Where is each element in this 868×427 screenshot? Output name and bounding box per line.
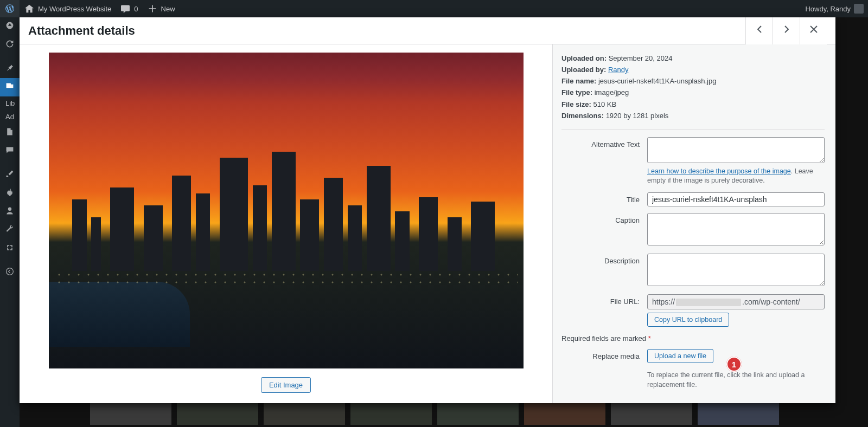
chevron-left-icon — [754, 24, 765, 37]
comments-menu-icon — [5, 146, 14, 157]
dashboard-icon — [5, 21, 14, 32]
description-input[interactable] — [647, 254, 825, 286]
menu-tools[interactable] — [0, 221, 20, 240]
title-setting: Title — [561, 192, 825, 206]
upload-new-file-button[interactable]: Upload a new file — [647, 349, 713, 363]
menu-posts[interactable] — [0, 60, 20, 78]
menu-dashboard[interactable] — [0, 17, 20, 36]
caption-label: Caption — [561, 213, 647, 247]
menu-comments[interactable] — [0, 142, 20, 160]
menu-appearance[interactable] — [0, 166, 20, 184]
new-content-link[interactable]: New — [143, 0, 180, 17]
attachment-preview-panel: Edit Image — [20, 44, 552, 403]
close-icon — [808, 24, 819, 37]
required-note-text: Required fields are marked — [561, 334, 648, 342]
modal-nav — [745, 17, 827, 44]
menu-users[interactable] — [0, 203, 20, 221]
comments-link[interactable]: 0 — [116, 0, 142, 17]
alt-text-label: Alternative Text — [561, 137, 647, 186]
media-icon — [5, 82, 14, 93]
site-name-link[interactable]: My WordPress Website — [20, 0, 116, 17]
file-type-label: File type: — [561, 88, 592, 96]
caption-setting: Caption — [561, 213, 825, 247]
menu-collapse[interactable] — [0, 263, 20, 282]
admin-menu: Lib Ad — [0, 17, 20, 427]
dimensions-label: Dimensions: — [561, 112, 604, 120]
annotation-badge-1: 1 — [726, 357, 742, 372]
attachment-image-preview — [49, 53, 524, 368]
submenu-add-new[interactable]: Ad — [0, 110, 20, 124]
home-icon — [24, 3, 35, 14]
file-name-label: File name: — [561, 77, 596, 85]
city-lights — [54, 271, 518, 287]
site-name-text: My WordPress Website — [38, 5, 111, 13]
avatar-icon — [854, 4, 864, 14]
brush-icon — [5, 170, 14, 180]
plus-icon — [147, 3, 158, 14]
uploaded-on-value: September 20, 2024 — [609, 54, 673, 62]
attachment-details-list: Uploaded on: September 20, 2024 Uploaded… — [561, 53, 825, 121]
collapse-icon — [5, 267, 14, 278]
menu-updates[interactable] — [0, 36, 20, 54]
menu-media[interactable] — [0, 78, 20, 96]
modal-header: Attachment details — [20, 17, 835, 44]
file-type-value: image/jpeg — [595, 88, 629, 96]
menu-plugins[interactable] — [0, 184, 20, 203]
required-star: * — [648, 334, 651, 342]
prev-button[interactable] — [745, 17, 773, 44]
comments-count: 0 — [134, 5, 138, 13]
alt-help-link[interactable]: Learn how to describe the purpose of the… — [647, 167, 791, 175]
attachment-details-modal: Attachment details — [20, 17, 835, 403]
attachment-info-panel: Uploaded on: September 20, 2024 Uploaded… — [552, 44, 835, 403]
skyline-silhouette — [49, 152, 524, 271]
alt-text-help: Learn how to describe the purpose of the… — [647, 167, 825, 186]
alt-text-input[interactable] — [647, 137, 825, 163]
edit-image-button[interactable]: Edit Image — [261, 377, 311, 393]
howdy-text: Howdy, Randy — [805, 5, 851, 13]
submenu-library[interactable]: Lib — [0, 96, 20, 110]
file-url-suffix: .com/wp-content/ — [742, 297, 800, 306]
settings-icon — [5, 243, 14, 254]
comment-icon — [120, 3, 131, 14]
file-size-value: 510 KB — [593, 100, 617, 108]
required-fields-note: Required fields are marked * — [561, 334, 825, 342]
close-button[interactable] — [800, 17, 827, 44]
chevron-right-icon — [781, 24, 792, 37]
admin-bar: My WordPress Website 0 New Howdy, Randy — [0, 0, 868, 17]
file-url-setting: File URL: https://.com/wp-content/ Copy … — [561, 294, 825, 327]
copy-url-button[interactable]: Copy URL to clipboard — [647, 313, 729, 327]
plug-icon — [5, 188, 14, 199]
file-url-label: File URL: — [561, 294, 647, 327]
file-name-value: jesus-curiel-nskeft4t1KA-unsplash.jpg — [598, 77, 717, 85]
replace-media-label: Replace media — [561, 349, 647, 390]
page-icon — [5, 127, 14, 138]
uploaded-by-label: Uploaded by: — [561, 66, 606, 74]
title-label: Title — [561, 192, 647, 206]
uploaded-on-label: Uploaded on: — [561, 54, 607, 62]
pin-icon — [5, 63, 14, 74]
replace-media-setting: Replace media Upload a new file To repla… — [561, 349, 825, 390]
file-url-redacted — [676, 299, 741, 306]
wp-logo[interactable] — [0, 0, 20, 17]
menu-settings[interactable] — [0, 240, 20, 258]
my-account-link[interactable]: Howdy, Randy — [801, 0, 868, 17]
title-input[interactable] — [647, 192, 825, 206]
dimensions-value: 1920 by 1281 pixels — [606, 112, 669, 120]
update-icon — [5, 40, 14, 50]
uploaded-by-link[interactable]: Randy — [608, 66, 629, 74]
menu-pages[interactable] — [0, 124, 20, 142]
caption-input[interactable] — [647, 213, 825, 245]
next-button[interactable] — [773, 17, 800, 44]
file-url-display[interactable]: https://.com/wp-content/ — [647, 294, 825, 309]
file-size-label: File size: — [561, 100, 591, 108]
user-icon — [5, 206, 14, 217]
wordpress-icon — [4, 3, 15, 14]
description-setting: Description — [561, 254, 825, 288]
wrench-icon — [5, 225, 14, 236]
svg-point-0 — [7, 268, 14, 275]
modal-title: Attachment details — [28, 24, 135, 38]
description-label: Description — [561, 254, 647, 288]
stadium-shape — [49, 282, 190, 347]
alt-text-setting: Alternative Text Learn how to describe t… — [561, 137, 825, 186]
replace-media-help: To replace the current file, click the l… — [647, 371, 825, 390]
